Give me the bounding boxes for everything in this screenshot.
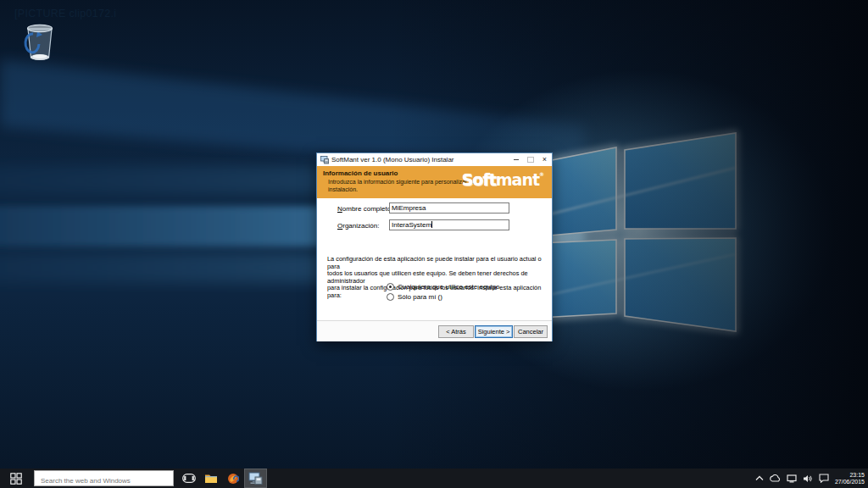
radio-unselected-icon	[387, 293, 394, 301]
installer-app-icon	[248, 472, 263, 485]
chevron-up-icon[interactable]	[755, 475, 764, 481]
taskbar-search[interactable]	[34, 470, 174, 486]
name-label-rest: ombre completo:	[342, 205, 393, 213]
dialog-titlebar[interactable]: SoftMant ver 1.0 (Mono Usuario) Instalar…	[317, 153, 552, 166]
banner-title: Información de usuario	[323, 169, 398, 177]
organization-field-label: Organización:	[337, 222, 379, 230]
full-name-input[interactable]: MiEmpresa	[389, 202, 509, 214]
desktop-caption-text: [PICTURE clip0172.i	[14, 8, 116, 19]
installer-window-icon	[320, 156, 329, 164]
recycle-bin-icon[interactable]	[22, 19, 58, 63]
banner-subtitle-line1: Introduzca la información siguiente para…	[328, 179, 474, 186]
onedrive-cloud-icon[interactable]	[770, 474, 781, 482]
network-display-icon[interactable]	[787, 474, 797, 483]
task-view-icon	[182, 474, 196, 483]
radio-only-me-label: Sólo para mí ()	[398, 293, 442, 301]
radio-anyone-this-computer[interactable]: Cualquiera que utilice este equipo	[387, 283, 500, 291]
organization-input[interactable]: InteraSystem	[389, 219, 509, 230]
taskbar-clock[interactable]: 23:15 27/06/2015	[835, 472, 866, 485]
back-button[interactable]: < Atrás	[438, 325, 474, 338]
banner-subtitle: Introduzca la información siguiente para…	[328, 179, 474, 193]
file-explorer-button[interactable]	[201, 469, 221, 488]
dialog-banner: Información de usuario Introduzca la inf…	[317, 166, 552, 198]
text-caret	[431, 221, 432, 228]
minimize-icon	[514, 159, 519, 160]
dialog-button-bar: < Atrás Siguiente > Cancelar	[317, 320, 552, 341]
task-view-button[interactable]	[179, 469, 199, 488]
desktop: [PICTURE clip0172.i SoftMant ver 1.0 (Mo…	[0, 0, 868, 488]
file-explorer-icon	[204, 473, 218, 484]
media-app-button[interactable]	[223, 469, 243, 488]
close-button[interactable]: ×	[537, 153, 552, 166]
name-field-label: Nombre completo:	[337, 205, 392, 213]
installer-dialog: SoftMant ver 1.0 (Mono Usuario) Instalar…	[316, 152, 553, 341]
windows-start-icon	[10, 473, 22, 485]
maximize-button	[523, 153, 537, 166]
system-tray: 23:15 27/06/2015	[755, 469, 866, 488]
logo-registered-mark: ®	[539, 171, 544, 177]
banner-subtitle-line2: instalación.	[328, 186, 474, 194]
organization-value: InteraSystem	[392, 221, 431, 229]
search-input[interactable]	[35, 474, 179, 488]
taskbar: 23:15 27/06/2015	[0, 469, 868, 488]
radio-selected-icon	[387, 283, 394, 291]
logo-mant: mant	[496, 170, 539, 189]
next-button[interactable]: Siguiente >	[475, 325, 513, 338]
volume-icon[interactable]	[803, 474, 813, 483]
action-center-icon[interactable]	[819, 474, 829, 483]
installer-app-button[interactable]	[244, 469, 267, 488]
clock-date: 27/06/2015	[835, 479, 865, 485]
media-app-icon	[227, 473, 239, 485]
clock-time: 23:15	[835, 472, 865, 479]
softmant-logo: Softmant®	[462, 172, 544, 188]
cancel-button[interactable]: Cancelar	[514, 325, 548, 338]
dialog-title: SoftMant ver 1.0 (Mono Usuario) Instalar	[331, 156, 509, 164]
logo-soft: Soft	[462, 170, 496, 189]
close-icon: ×	[542, 156, 547, 164]
maximize-icon	[527, 157, 534, 163]
start-button[interactable]	[0, 469, 32, 488]
radio-only-for-me[interactable]: Sólo para mí ()	[387, 293, 442, 301]
description-line1: La configuración de esta aplicación se p…	[327, 256, 546, 270]
org-label-rest: rganización:	[342, 222, 379, 230]
radio-anyone-label: Cualquiera que utilice este equipo	[398, 283, 500, 291]
minimize-button[interactable]	[509, 153, 523, 166]
